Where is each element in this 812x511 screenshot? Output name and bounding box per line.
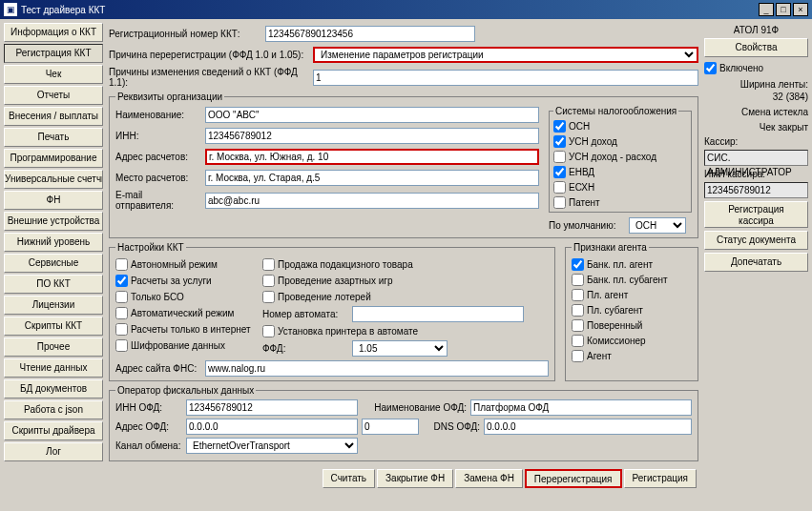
agent-fieldset: Признаки агента Банк. пл. агент Банк. пл… bbox=[565, 242, 698, 381]
lbl-internet: Расчеты только в интернет bbox=[131, 324, 251, 335]
chk-usn-dohod[interactable] bbox=[553, 135, 566, 148]
chk-agent[interactable] bbox=[572, 350, 584, 362]
nav-counters[interactable]: Универсальные счетчики bbox=[4, 170, 103, 189]
props-button[interactable]: Свойства bbox=[704, 38, 808, 57]
chk-patent[interactable] bbox=[553, 196, 566, 209]
nav-print[interactable]: Печать bbox=[4, 128, 103, 147]
org-name-input[interactable] bbox=[205, 107, 539, 123]
chk-usn-dr[interactable] bbox=[553, 151, 566, 163]
email-label: E-mail отправителя: bbox=[115, 190, 201, 211]
ofd-name-input[interactable] bbox=[470, 399, 692, 416]
chk-bank-subagent[interactable] bbox=[572, 274, 584, 286]
email-input[interactable] bbox=[205, 193, 539, 209]
ofd-inn-input[interactable] bbox=[186, 399, 358, 416]
chk-autonomous[interactable] bbox=[115, 258, 128, 271]
ffd-select[interactable]: 1.05 bbox=[352, 340, 448, 357]
lbl-usn-dr: УСН доход - расход bbox=[569, 152, 656, 162]
nav-programming[interactable]: Программирование bbox=[4, 149, 103, 168]
tax-default-select[interactable]: ОСН bbox=[629, 217, 686, 234]
nav-check[interactable]: Чек bbox=[4, 65, 103, 84]
doc-status-button[interactable]: Статус документа bbox=[704, 231, 808, 250]
chk-internet[interactable] bbox=[115, 323, 128, 336]
lbl-attorney: Поверенный bbox=[587, 320, 642, 331]
lbl-usn-dohod: УСН доход bbox=[569, 136, 617, 147]
chk-services[interactable] bbox=[115, 275, 128, 287]
chk-gambling[interactable] bbox=[262, 275, 275, 287]
maximize-button[interactable]: □ bbox=[776, 3, 791, 16]
cashier-value[interactable]: СИС. АДМИНИСТРАТОР bbox=[704, 150, 808, 166]
chk-excise[interactable] bbox=[262, 258, 275, 271]
cashier-inn-value[interactable]: 123456789012 bbox=[704, 182, 808, 198]
settings-legend: Настройки ККТ bbox=[115, 242, 186, 253]
nav-licenses[interactable]: Лицензии bbox=[4, 296, 103, 315]
check-status: Чек закрыт bbox=[704, 121, 808, 133]
nav-service[interactable]: Сервисные bbox=[4, 254, 103, 273]
nav-db-docs[interactable]: БД документов bbox=[4, 379, 103, 399]
chk-encrypt[interactable] bbox=[115, 339, 128, 352]
ofd-dns-input[interactable] bbox=[484, 419, 692, 435]
chk-pl-subagent[interactable] bbox=[572, 304, 584, 317]
chk-envd[interactable] bbox=[553, 166, 566, 178]
ofd-channel-label: Канал обмена: bbox=[115, 440, 182, 451]
read-button[interactable]: Считать bbox=[323, 469, 376, 488]
calc-addr-input[interactable] bbox=[205, 149, 539, 165]
org-name-label: Наименование: bbox=[115, 110, 201, 120]
rereg-button[interactable]: Перерегистрация bbox=[525, 469, 622, 488]
calc-addr-label: Адрес расчетов: bbox=[115, 152, 201, 162]
nav-po-kkt[interactable]: ПО ККТ bbox=[4, 275, 103, 294]
rereg-reason-select[interactable]: Изменение параметров регистрации bbox=[313, 47, 698, 63]
ofd-legend: Оператор фискальных данных bbox=[115, 385, 256, 396]
nav-read-data[interactable]: Чтение данных bbox=[4, 358, 103, 378]
ofd-port-input[interactable] bbox=[362, 419, 419, 435]
chk-osn[interactable] bbox=[553, 120, 566, 133]
app-icon: ▣ bbox=[4, 3, 17, 16]
tape-width: Ширина ленты: 32 (384) bbox=[704, 78, 808, 103]
chk-pl-agent[interactable] bbox=[572, 289, 584, 301]
nav-ext-devices[interactable]: Внешние устройства bbox=[4, 212, 103, 231]
lbl-excise: Продажа подакцизного товара bbox=[278, 259, 413, 270]
lbl-envd: ЕНВД bbox=[569, 167, 594, 177]
nav-json[interactable]: Работа с json bbox=[4, 400, 103, 419]
chk-lottery[interactable] bbox=[262, 291, 275, 303]
fns-input[interactable] bbox=[205, 360, 549, 377]
nav-scripts-kkt[interactable]: Скрипты ККТ bbox=[4, 317, 103, 336]
nav-reports[interactable]: Отчеты bbox=[4, 86, 103, 105]
calc-place-input[interactable] bbox=[205, 170, 539, 186]
nav-log[interactable]: Лог bbox=[4, 442, 103, 461]
lbl-bank-agent: Банк. пл. агент bbox=[587, 259, 653, 270]
nav-payments[interactable]: Внесения / выплаты bbox=[4, 107, 103, 126]
reg-number-input[interactable] bbox=[265, 26, 475, 42]
nav-fn[interactable]: ФН bbox=[4, 191, 103, 210]
right-panel: АТОЛ 91Ф Свойства Включено Ширина ленты:… bbox=[702, 21, 810, 509]
chk-bso[interactable] bbox=[115, 291, 128, 303]
nav-other[interactable]: Прочее bbox=[4, 337, 103, 357]
chk-enabled[interactable] bbox=[704, 62, 717, 74]
nav-info-kkt[interactable]: Информация о ККТ bbox=[4, 23, 103, 42]
lbl-agent: Агент bbox=[587, 351, 612, 361]
nav-scripts-driver[interactable]: Скрипты драйвера bbox=[4, 421, 103, 440]
tax-fieldset: Системы налогообложения ОСН УСН доход УС… bbox=[549, 106, 692, 213]
topup-button[interactable]: Допечатать bbox=[704, 253, 808, 272]
change-fn-button[interactable]: Замена ФН bbox=[455, 469, 523, 488]
chk-commissioner[interactable] bbox=[572, 335, 584, 347]
change-reason-input[interactable] bbox=[313, 70, 698, 86]
nav-low-level[interactable]: Нижний уровень bbox=[4, 233, 103, 252]
chk-eshn[interactable] bbox=[553, 181, 566, 194]
ofd-channel-select[interactable]: EthernetOverTransport bbox=[186, 438, 358, 454]
rereg-reason-label: Причина перерегистрации (ФФД 1.0 и 1.05)… bbox=[109, 50, 309, 60]
chk-bank-agent[interactable] bbox=[572, 258, 584, 271]
ofd-addr-input[interactable] bbox=[186, 419, 358, 435]
machine-num-input[interactable] bbox=[352, 306, 524, 322]
inn-input[interactable] bbox=[205, 128, 539, 144]
minimize-button[interactable]: _ bbox=[759, 3, 774, 16]
chk-auto-mode[interactable] bbox=[115, 307, 128, 319]
close-fn-button[interactable]: Закрытие ФН bbox=[377, 469, 453, 488]
chk-attorney[interactable] bbox=[572, 319, 584, 332]
close-button[interactable]: × bbox=[793, 3, 808, 16]
nav-reg-kkt[interactable]: Регистрация ККТ bbox=[4, 44, 103, 63]
agent-legend: Признаки агента bbox=[572, 242, 649, 253]
reg-button[interactable]: Регистрация bbox=[624, 469, 697, 488]
reg-cashier-button[interactable]: Регистрация кассира bbox=[704, 201, 808, 228]
machine-num-label: Номер автомата: bbox=[262, 309, 348, 319]
chk-printer[interactable] bbox=[262, 325, 275, 337]
